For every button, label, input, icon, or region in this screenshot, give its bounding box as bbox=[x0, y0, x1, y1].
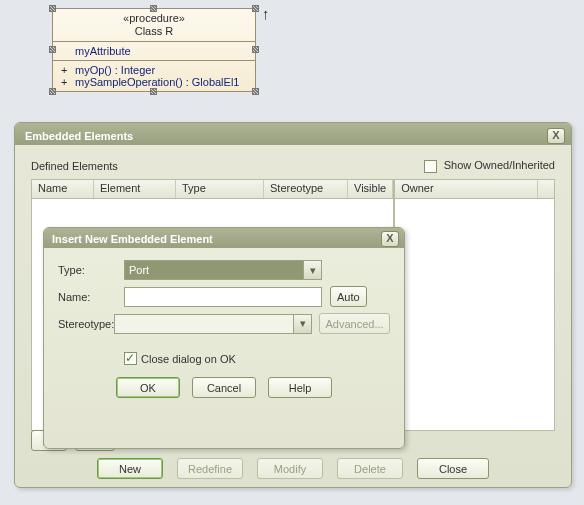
embedded-elements-dialog: Embedded Elements X Defined Elements Sho… bbox=[14, 122, 572, 488]
uml-visibility: + bbox=[61, 76, 75, 88]
modify-button: Modify bbox=[257, 458, 323, 479]
uml-attribute-row: myAttribute bbox=[61, 45, 247, 57]
defined-elements-label: Defined Elements bbox=[31, 160, 118, 172]
help-button[interactable]: Help bbox=[268, 377, 332, 398]
close-on-ok-label: Close dialog on OK bbox=[141, 353, 236, 365]
uml-attribute-text: myAttribute bbox=[75, 45, 131, 57]
new-button[interactable]: New bbox=[97, 458, 163, 479]
type-combo[interactable]: Port ▾ bbox=[124, 260, 322, 280]
stereotype-label: Stereotype: bbox=[58, 318, 114, 330]
uml-operations: + myOp() : Integer + mySampleOperation()… bbox=[53, 61, 255, 91]
ok-button[interactable]: OK bbox=[116, 377, 180, 398]
inner-dialog-title: Insert New Embedded Element bbox=[52, 233, 213, 245]
chevron-down-icon[interactable]: ▾ bbox=[303, 261, 321, 279]
col-type[interactable]: Type bbox=[176, 180, 264, 198]
show-owned-inherited-label: Show Owned/Inherited bbox=[444, 159, 555, 171]
close-icon[interactable]: X bbox=[381, 231, 399, 247]
checkbox-icon[interactable] bbox=[424, 160, 437, 173]
close-button[interactable]: Close bbox=[417, 458, 489, 479]
col-name[interactable]: Name bbox=[32, 180, 94, 198]
name-input[interactable] bbox=[124, 287, 322, 307]
uml-operation-text: myOp() : Integer bbox=[75, 64, 155, 76]
insert-embedded-element-dialog: Insert New Embedded Element X Type: Port… bbox=[43, 227, 405, 449]
inner-dialog-titlebar[interactable]: Insert New Embedded Element X bbox=[44, 228, 404, 248]
table-header: Name Element Type Stereotype Visible bbox=[31, 179, 394, 199]
reorder-up-icon[interactable]: ↑ bbox=[262, 5, 270, 22]
cancel-button[interactable]: Cancel bbox=[192, 377, 256, 398]
uml-header: «procedure» Class R bbox=[53, 9, 255, 42]
dialog-titlebar[interactable]: Embedded Elements X bbox=[15, 123, 571, 145]
close-on-ok-checkbox[interactable]: Close dialog on OK bbox=[124, 352, 390, 365]
uml-attributes: myAttribute bbox=[53, 42, 255, 61]
uml-stereotype: «procedure» bbox=[61, 12, 247, 25]
type-label: Type: bbox=[58, 264, 124, 276]
chevron-down-icon[interactable]: ▾ bbox=[293, 315, 311, 333]
stereotype-combo[interactable]: ▾ bbox=[114, 314, 312, 334]
advanced-button: Advanced... bbox=[319, 313, 390, 334]
close-icon[interactable]: X bbox=[547, 128, 565, 144]
uml-operation-row: + myOp() : Integer bbox=[61, 64, 247, 76]
show-owned-inherited-checkbox[interactable]: Show Owned/Inherited bbox=[424, 159, 555, 173]
uml-class-box[interactable]: «procedure» Class R myAttribute + myOp()… bbox=[52, 8, 256, 92]
uml-operation-row: + mySampleOperation() : GlobalEl1 bbox=[61, 76, 247, 88]
col-spacer bbox=[538, 180, 554, 198]
col-visible[interactable]: Visible bbox=[348, 180, 393, 198]
name-label: Name: bbox=[58, 291, 124, 303]
table-rows-right[interactable] bbox=[394, 199, 555, 431]
uml-visibility: + bbox=[61, 64, 75, 76]
delete-button: Delete bbox=[337, 458, 403, 479]
dialog-title: Embedded Elements bbox=[25, 130, 133, 142]
col-element[interactable]: Element bbox=[94, 180, 176, 198]
col-stereotype[interactable]: Stereotype bbox=[264, 180, 348, 198]
uml-operation-text: mySampleOperation() : GlobalEl1 bbox=[75, 76, 239, 88]
col-owner[interactable]: Owner bbox=[395, 180, 538, 198]
redefine-button: Redefine bbox=[177, 458, 243, 479]
uml-class-name: Class R bbox=[61, 25, 247, 38]
auto-button[interactable]: Auto bbox=[330, 286, 367, 307]
type-value: Port bbox=[129, 264, 149, 276]
checkbox-icon[interactable] bbox=[124, 352, 137, 365]
table-header-right: Owner bbox=[394, 179, 555, 199]
